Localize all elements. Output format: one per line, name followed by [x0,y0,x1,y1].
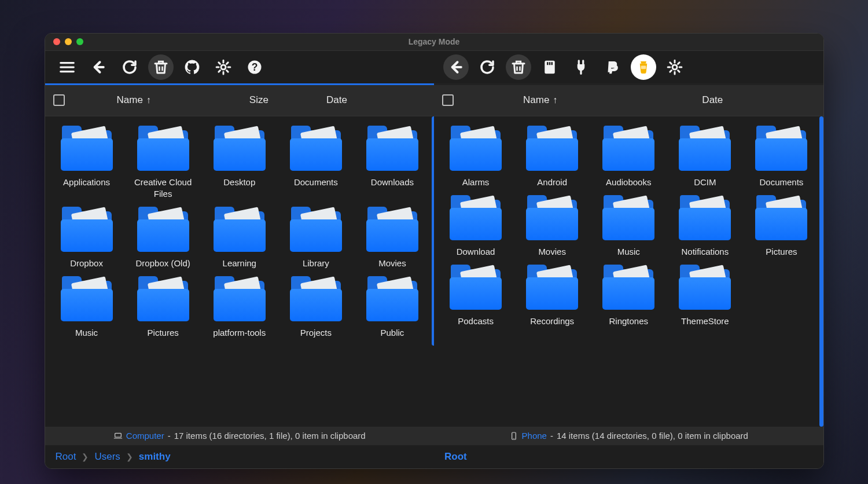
grid-right-wrap: Alarms Android Audiobooks DCIM Documents… [434,116,823,427]
phone-icon [509,431,518,441]
breadcrumb-item[interactable]: Root [56,451,76,463]
folder-label: Audiobooks [606,177,651,188]
column-name-label: Name [523,94,549,106]
gear-button[interactable] [211,54,236,80]
folder-icon [61,276,113,321]
scrollbar-right[interactable] [819,116,823,427]
folder-item[interactable]: Music [49,276,125,339]
pane-right: Name ↑ Date Alarms Android Audiobooks DC… [434,83,823,427]
folder-icon [755,126,807,171]
folder-label: Podcasts [458,316,494,327]
refresh-button[interactable] [117,54,142,80]
folder-item[interactable]: Creative Cloud Files [125,126,201,200]
folder-label: Notifications [681,246,729,258]
folder-icon [679,195,731,240]
folder-item[interactable]: Notifications [667,195,743,258]
folder-icon [214,126,266,171]
github-button[interactable] [179,54,205,80]
folder-label: Learning [223,258,256,269]
folder-label: Movies [378,258,406,269]
folder-item[interactable]: Documents [743,126,819,188]
folder-label: Documents [294,177,338,188]
status-bar: Computer - 17 items (16 directories, 1 f… [45,427,823,445]
breadcrumb-bar: Root❯Users❯smithy Root [45,445,823,468]
folder-icon [137,126,189,171]
folder-icon [214,207,266,252]
folder-icon [679,265,731,310]
folder-label: Desktop [223,177,255,188]
folder-label: DCIM [694,177,716,188]
plug-button[interactable] [568,54,594,80]
folder-icon [61,126,113,171]
folder-item[interactable]: platform-tools [201,276,278,339]
folder-item[interactable]: Android [514,126,590,188]
folder-item[interactable]: Podcasts [437,265,514,327]
folder-item[interactable]: Learning [201,207,278,269]
back-button[interactable] [86,54,111,80]
laptop-icon [113,431,123,441]
folder-item[interactable]: Movies [354,207,431,269]
folder-icon [450,195,502,240]
status-right: Phone - 14 items (14 directories, 0 file… [434,427,823,445]
folder-item[interactable]: DCIM [667,126,743,188]
sdcard-button[interactable] [537,54,562,80]
breadcrumb-item[interactable]: smithy [139,451,171,463]
folder-item[interactable]: Projects [278,276,354,339]
folder-item[interactable]: Movies [514,195,590,258]
select-all-checkbox[interactable] [53,94,65,106]
folder-item[interactable]: Downloads [354,126,431,200]
menu-button[interactable] [54,54,80,80]
column-header-left: Name ↑ Size Date [45,85,435,116]
column-name[interactable]: Name ↑ [117,94,151,106]
folder-item[interactable]: Public [354,276,431,339]
folder-label: Pictures [766,246,797,258]
folder-icon [290,207,342,252]
status-device-right[interactable]: Phone [522,431,547,441]
folder-item[interactable]: Applications [49,126,125,200]
column-date[interactable]: Date [326,94,347,106]
refresh-button[interactable] [475,54,500,80]
folder-item[interactable]: Dropbox (Old) [125,207,201,269]
column-date[interactable]: Date [702,94,723,106]
folder-label: Pictures [148,327,179,339]
folder-item[interactable]: Dropbox [49,207,125,269]
trash-button[interactable] [148,54,174,80]
folder-item[interactable]: ThemeStore [667,265,743,327]
gear-button[interactable] [662,54,687,80]
grid-left: Applications Creative Cloud Files Deskto… [49,126,431,339]
folder-item[interactable]: Audiobooks [590,126,667,188]
folder-label: Recordings [530,316,574,327]
folder-item[interactable]: Pictures [743,195,819,258]
folder-item[interactable]: Download [437,195,514,258]
breadcrumb-left: Root❯Users❯smithy [45,445,435,468]
menu-icon [58,58,76,76]
folder-item[interactable]: Library [278,207,354,269]
folder-icon [755,195,807,240]
folder-item[interactable]: Recordings [514,265,590,327]
folder-item[interactable]: Pictures [125,276,201,339]
column-name[interactable]: Name ↑ [523,94,557,106]
folder-item[interactable]: Ringtones [590,265,667,327]
status-device-left[interactable]: Computer [126,431,164,441]
status-summary-left: 17 items (16 directories, 1 file), 0 ite… [174,431,366,441]
breadcrumb-item[interactable]: Root [444,451,467,463]
folder-item[interactable]: Desktop [201,126,278,200]
folder-icon [366,207,418,252]
back-icon [90,58,107,76]
folder-item[interactable]: Documents [278,126,354,200]
plug-icon [572,58,590,76]
help-button[interactable] [242,54,267,80]
breadcrumb-item[interactable]: Users [94,451,120,463]
paypal-button[interactable] [599,54,625,80]
folder-icon [290,276,342,321]
folder-label: Music [75,327,98,339]
select-all-checkbox[interactable] [442,94,454,106]
folder-label: Alarms [462,177,490,188]
folder-item[interactable]: Music [590,195,667,258]
folder-item[interactable]: Alarms [437,126,514,188]
trash-button[interactable] [506,54,531,80]
back-button[interactable] [443,54,469,80]
coffee-button[interactable] [631,54,656,80]
column-size[interactable]: Size [249,94,269,106]
status-left: Computer - 17 items (16 directories, 1 f… [45,427,435,445]
